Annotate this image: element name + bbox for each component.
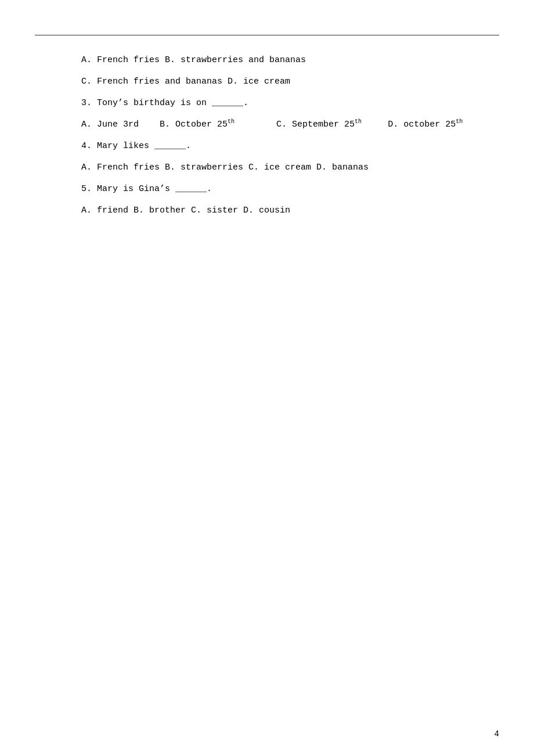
line-8-text: A. friend B. brother C. sister D. cousin <box>81 206 290 215</box>
line-4: A. June 3rd B. October 25th C. September… <box>81 117 488 132</box>
line-7-text: 5. Mary is Gina’s ______. <box>81 184 212 194</box>
line-6-text: A. French fries B. strawberries C. ice c… <box>81 163 369 172</box>
line-6: A. French fries B. strawberries C. ice c… <box>81 160 488 175</box>
page-number: 4 <box>495 729 499 739</box>
line-1-text: A. French fries B. strawberries and bana… <box>81 55 306 65</box>
line-3-text: 3. Tony’s birthday is on ______. <box>81 98 248 108</box>
line-5-text: 4. Mary likes ______. <box>81 141 191 151</box>
top-divider <box>35 35 499 35</box>
line-3: 3. Tony’s birthday is on ______. <box>81 95 488 111</box>
line-5: 4. Mary likes ______. <box>81 138 488 154</box>
line-1: A. French fries B. strawberries and bana… <box>81 52 488 68</box>
line-4-text: A. June 3rd B. October 25th C. September… <box>81 120 463 129</box>
line-8: A. friend B. brother C. sister D. cousin <box>81 203 488 218</box>
line-7: 5. Mary is Gina’s ______. <box>81 181 488 197</box>
line-2: C. French fries and bananas D. ice cream <box>81 74 488 89</box>
content-area: A. French fries B. strawberries and bana… <box>81 52 488 224</box>
line-2-text: C. French fries and bananas D. ice cream <box>81 77 290 87</box>
